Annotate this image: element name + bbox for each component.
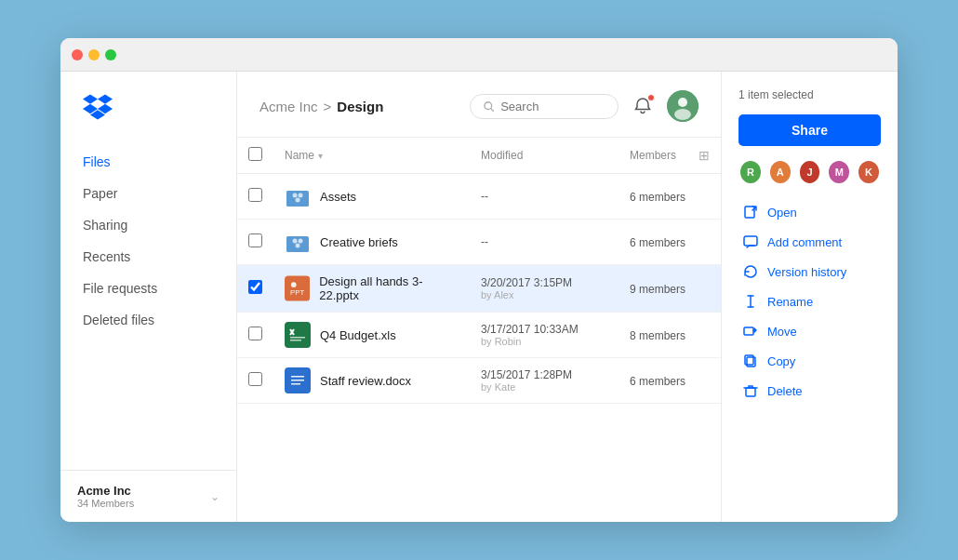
svg-point-11 bbox=[299, 239, 303, 244]
action-add-comment[interactable]: Add comment bbox=[738, 228, 881, 256]
members-cell: 8 members bbox=[619, 313, 721, 358]
members-count: 9 members bbox=[630, 283, 685, 296]
action-delete[interactable]: Delete bbox=[738, 377, 881, 405]
row-checkbox-cell[interactable] bbox=[237, 358, 273, 404]
svg-rect-23 bbox=[291, 380, 304, 381]
sidebar-bottom[interactable]: Acme Inc 34 Members ⌄ bbox=[60, 470, 236, 522]
row-checkbox-cell[interactable] bbox=[237, 174, 273, 220]
select-all-checkbox[interactable] bbox=[248, 147, 262, 161]
file-name-cell: Creative briefs bbox=[273, 220, 470, 265]
modified-by: by Robin bbox=[481, 336, 607, 347]
svg-rect-16 bbox=[285, 322, 311, 348]
sidebar-item-sharing[interactable]: Sharing bbox=[60, 209, 236, 241]
file-row-name: Assets bbox=[285, 183, 459, 209]
action-copy[interactable]: Copy bbox=[738, 347, 881, 375]
table-header-row: Name ▾ Modified Members ⊞ bbox=[237, 138, 721, 174]
action-label: Add comment bbox=[767, 235, 842, 249]
modified-date: 3/15/2017 1:28PM bbox=[481, 368, 607, 381]
svg-point-10 bbox=[293, 239, 298, 244]
team-name: Acme Inc bbox=[77, 484, 134, 498]
select-all-header[interactable] bbox=[237, 138, 273, 174]
modified-date: 3/17/2017 10:33AM bbox=[481, 323, 607, 336]
share-button[interactable]: Share bbox=[738, 114, 881, 146]
folder-icon bbox=[285, 183, 311, 209]
action-label: Delete bbox=[767, 384, 803, 398]
search-box[interactable] bbox=[470, 94, 619, 119]
table-row[interactable]: Assets -- 6 members bbox=[237, 174, 721, 220]
svg-rect-22 bbox=[291, 376, 304, 378]
member-avatars-row: RAJMK bbox=[738, 159, 881, 185]
row-checkbox[interactable] bbox=[248, 233, 262, 247]
sidebar-item-paper[interactable]: Paper bbox=[60, 178, 236, 209]
table-row[interactable]: PPT Design all hands 3-22.pptx 3/20/2017… bbox=[237, 265, 721, 313]
user-avatar[interactable] bbox=[667, 90, 699, 122]
right-panel: 1 item selected Share RAJMK Open Add com… bbox=[721, 72, 898, 522]
breadcrumb-parent[interactable]: Acme Inc bbox=[259, 99, 318, 114]
modified-date: -- bbox=[481, 190, 607, 203]
action-version-history[interactable]: Version history bbox=[738, 258, 881, 286]
file-table: Name ▾ Modified Members ⊞ bbox=[237, 138, 721, 404]
app-body: Files Paper Sharing Recents File request… bbox=[60, 72, 898, 522]
name-column-header[interactable]: Name ▾ bbox=[273, 138, 470, 174]
breadcrumb-separator: > bbox=[324, 99, 332, 114]
file-table-body: Assets -- 6 members Creative briefs - bbox=[237, 174, 721, 404]
grid-view-icon[interactable]: ⊞ bbox=[699, 148, 710, 163]
minimize-dot[interactable] bbox=[88, 49, 100, 60]
open-icon bbox=[742, 204, 759, 220]
svg-rect-20 bbox=[290, 340, 301, 341]
action-open[interactable]: Open bbox=[738, 198, 881, 226]
row-checkbox[interactable] bbox=[248, 327, 262, 340]
sidebar-item-recents[interactable]: Recents bbox=[60, 241, 236, 273]
table-row[interactable]: Q4 Budget.xls 3/17/2017 10:33AM by Robin… bbox=[237, 313, 721, 358]
table-row[interactable]: Staff review.docx 3/15/2017 1:28PM by Ka… bbox=[237, 358, 721, 404]
row-checkbox-cell[interactable] bbox=[237, 313, 273, 358]
members-cell: 9 members bbox=[619, 265, 721, 313]
rename-icon bbox=[742, 293, 759, 310]
selected-info: 1 item selected bbox=[738, 88, 881, 101]
close-dot[interactable] bbox=[72, 49, 83, 60]
svg-point-8 bbox=[296, 198, 300, 203]
members-count: 6 members bbox=[630, 375, 685, 388]
file-row-name: PPT Design all hands 3-22.pptx bbox=[285, 274, 459, 302]
sidebar: Files Paper Sharing Recents File request… bbox=[60, 72, 237, 522]
action-list: Open Add comment Version history Rename … bbox=[738, 198, 881, 405]
file-name-text: Design all hands 3-22.pptx bbox=[319, 274, 459, 302]
action-label: Move bbox=[767, 325, 797, 339]
browser-titlebar bbox=[60, 38, 898, 72]
svg-point-12 bbox=[296, 244, 300, 248]
notification-badge bbox=[647, 94, 655, 101]
modified-cell: -- bbox=[470, 220, 619, 265]
browser-dots bbox=[72, 49, 116, 60]
action-rename[interactable]: Rename bbox=[738, 287, 881, 315]
xls-icon bbox=[285, 322, 311, 348]
notification-icon[interactable] bbox=[630, 93, 656, 119]
sort-arrow-icon: ▾ bbox=[318, 151, 323, 161]
table-row[interactable]: Creative briefs -- 6 members bbox=[237, 220, 721, 265]
copy-icon bbox=[742, 353, 759, 369]
modified-date: 3/20/2017 3:15PM bbox=[481, 276, 607, 289]
folder-icon bbox=[285, 229, 311, 255]
row-checkbox-cell[interactable] bbox=[237, 265, 273, 313]
file-row-name: Q4 Budget.xls bbox=[285, 322, 459, 348]
file-name-text: Assets bbox=[320, 190, 356, 204]
breadcrumb-current: Design bbox=[337, 99, 383, 114]
dropbox-logo-icon bbox=[83, 94, 113, 120]
row-checkbox[interactable] bbox=[248, 372, 262, 386]
sidebar-item-deleted-files[interactable]: Deleted files bbox=[60, 304, 236, 336]
modified-cell: 3/20/2017 3:15PM by Alex bbox=[470, 265, 619, 313]
logo bbox=[60, 94, 236, 146]
sidebar-item-files[interactable]: Files bbox=[60, 146, 236, 178]
search-input[interactable] bbox=[500, 100, 605, 113]
modified-by: by Alex bbox=[481, 289, 607, 300]
action-move[interactable]: Move bbox=[738, 317, 881, 345]
row-checkbox-cell[interactable] bbox=[237, 220, 273, 265]
svg-text:PPT: PPT bbox=[290, 288, 304, 297]
row-checkbox[interactable] bbox=[248, 280, 262, 294]
move-icon bbox=[742, 323, 759, 340]
file-row-name: Creative briefs bbox=[285, 229, 459, 255]
sidebar-item-file-requests[interactable]: File requests bbox=[60, 273, 236, 304]
svg-line-1 bbox=[491, 108, 494, 111]
row-checkbox[interactable] bbox=[248, 188, 262, 202]
file-name-cell: Assets bbox=[273, 174, 470, 220]
maximize-dot[interactable] bbox=[105, 49, 116, 60]
